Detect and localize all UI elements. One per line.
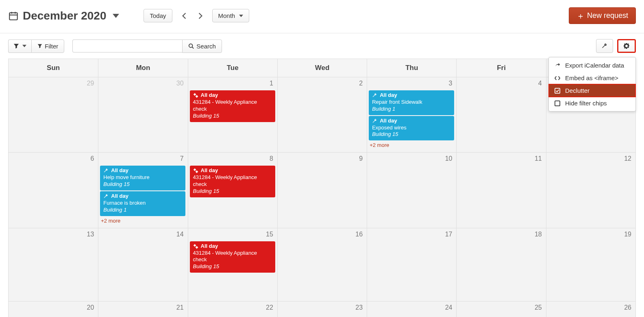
more-events-link[interactable]: +2 more [101, 218, 185, 224]
settings-button[interactable] [617, 39, 636, 53]
plus-icon: ＋ [577, 12, 585, 20]
svg-rect-6 [555, 88, 560, 93]
all-day-label: All day [111, 167, 128, 174]
search-label: Search [196, 43, 216, 50]
view-selector[interactable]: Month [212, 9, 250, 22]
day-number: 25 [535, 304, 542, 311]
all-day-label: All day [111, 193, 128, 200]
nav-arrows [180, 11, 205, 21]
wrench-tool-button[interactable] [596, 39, 613, 53]
calendar-cell[interactable]: 19 [546, 228, 635, 302]
calendar-cell[interactable]: 20 [9, 302, 98, 317]
calendar-cell[interactable]: 30 [98, 77, 187, 153]
day-number: 29 [87, 80, 94, 87]
filter-toggle-button[interactable] [8, 39, 31, 53]
title-text: December 2020 [23, 9, 106, 22]
calendar-icon [8, 11, 19, 21]
calendar-event[interactable]: All day431284 - Weekly Appliance checkBu… [190, 90, 275, 122]
calendar-cell[interactable]: 3All dayRepair front SidewalkBuilding 1A… [367, 77, 456, 153]
new-request-label: New request [587, 11, 628, 20]
calendar-title[interactable]: December 2020 [8, 9, 119, 22]
day-number: 26 [624, 304, 631, 311]
menu-embed-label: Embed as <iframe> [565, 74, 618, 81]
calendar-cell[interactable]: 11 [456, 153, 546, 228]
day-number: 17 [445, 231, 453, 238]
calendar-cell[interactable]: 2 [277, 77, 367, 153]
filter-label: Filter [45, 43, 58, 50]
calendar-cell[interactable]: 4 [456, 77, 546, 153]
calendar-cell[interactable]: 29 [9, 77, 98, 153]
day-number: 13 [87, 231, 94, 238]
gears-icon [193, 93, 198, 98]
calendar-cell[interactable]: 13 [9, 228, 98, 302]
calendar-event[interactable]: All dayHelp move furnitureBuilding 15 [100, 166, 185, 190]
view-label: Month [218, 12, 235, 19]
today-label: Today [150, 12, 166, 19]
menu-export-label: Export iCalendar data [565, 62, 624, 69]
calendar-cell[interactable]: 14 [98, 228, 187, 302]
calendar-event[interactable]: All dayRepair front SidewalkBuilding 1 [369, 90, 454, 115]
caret-down-icon [22, 45, 26, 47]
event-title: Exposed wires [372, 125, 451, 131]
calendar-cell[interactable]: 24 [367, 302, 456, 317]
day-number: 8 [270, 155, 273, 162]
calendar-event[interactable]: All day431284 - Weekly Appliance checkBu… [190, 166, 275, 197]
event-title: Repair front Sidewalk [372, 99, 451, 106]
event-subtitle: Building 15 [372, 131, 451, 138]
day-number: 2 [359, 80, 363, 87]
prev-button[interactable] [180, 11, 189, 21]
day-number: 6 [90, 155, 94, 162]
day-number: 19 [624, 231, 631, 238]
calendar-cell[interactable]: 1All day431284 - Weekly Appliance checkB… [188, 77, 277, 153]
calendar-cell[interactable]: 21 [98, 302, 187, 317]
calendar-cell[interactable]: 26 [546, 302, 635, 317]
day-number: 10 [445, 155, 453, 162]
calendar-event[interactable]: All dayExposed wiresBuilding 15 [369, 116, 454, 141]
menu-declutter-label: Declutter [565, 87, 590, 94]
day-number: 4 [538, 80, 542, 87]
calendar-cell[interactable]: 17 [367, 228, 456, 302]
topbar: December 2020 Today Month ＋ New request [0, 0, 644, 33]
caret-down-icon [239, 15, 243, 17]
more-events-link[interactable]: +2 more [370, 142, 454, 148]
event-title: Help move furniture [103, 174, 182, 181]
menu-declutter[interactable]: Declutter [549, 84, 635, 97]
new-request-button[interactable]: ＋ New request [569, 7, 636, 24]
calendar-cell[interactable]: 7All dayHelp move furnitureBuilding 15Al… [98, 153, 187, 228]
calendar-event[interactable]: All dayFurnace is brokenBuilding 1 [100, 191, 185, 216]
day-number: 23 [355, 304, 363, 311]
calendar-cell[interactable]: 12 [546, 153, 635, 228]
calendar-cell[interactable]: 10 [367, 153, 456, 228]
svg-rect-7 [555, 101, 560, 105]
calendar-cell[interactable]: 6 [9, 153, 98, 228]
menu-hide-chips[interactable]: Hide filter chips [549, 97, 635, 109]
caret-down-icon [113, 14, 119, 18]
calendar-cell[interactable]: 8All day431284 - Weekly Appliance checkB… [188, 153, 277, 228]
event-title: 431284 - Weekly Appliance check [193, 99, 272, 113]
event-subtitle: Building 1 [103, 207, 182, 214]
calendar-cell[interactable]: 25 [456, 302, 546, 317]
calendar-event[interactable]: All day431284 - Weekly Appliance checkBu… [190, 241, 275, 273]
calendar-cell[interactable]: 23 [277, 302, 367, 317]
svg-point-4 [189, 44, 193, 48]
day-header: Sun [9, 59, 98, 77]
calendar-cell[interactable]: 18 [456, 228, 546, 302]
day-number: 3 [449, 80, 453, 87]
wrench-icon [103, 194, 109, 199]
code-icon [555, 75, 561, 81]
all-day-label: All day [380, 92, 397, 99]
today-button[interactable]: Today [144, 9, 172, 22]
search-input[interactable] [72, 39, 182, 52]
calendar-cell[interactable]: 16 [277, 228, 367, 302]
gear-icon [623, 43, 630, 49]
funnel-icon [37, 44, 42, 48]
search-button[interactable]: Search [182, 39, 222, 53]
calendar-cell[interactable]: 9 [277, 153, 367, 228]
wrench-icon [372, 118, 377, 124]
filter-button[interactable]: Filter [31, 39, 64, 53]
calendar-cell[interactable]: 15All day431284 - Weekly Appliance check… [188, 228, 277, 302]
calendar-cell[interactable]: 22 [188, 302, 277, 317]
menu-embed[interactable]: Embed as <iframe> [549, 72, 635, 84]
menu-export[interactable]: Export iCalendar data [549, 59, 635, 72]
next-button[interactable] [196, 11, 205, 21]
